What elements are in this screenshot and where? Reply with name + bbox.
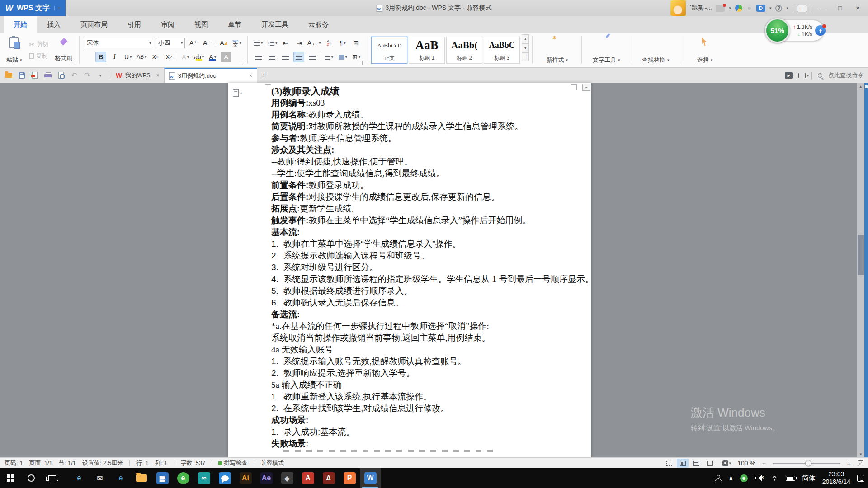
ribbon-tab-section[interactable]: 章节: [218, 16, 251, 33]
insert-table-icon-button[interactable]: ⊞: [351, 38, 362, 48]
italic-button[interactable]: I: [109, 52, 120, 62]
zoom-in-button[interactable]: +: [846, 460, 852, 467]
maximize-button[interactable]: □: [833, 2, 847, 14]
chevron-down-icon[interactable]: ▾: [729, 6, 731, 10]
document-text[interactable]: (3)教师录入成绩用例编号:xs03用例名称:教师录入成绩。简要说明:对教师所教…: [271, 83, 571, 450]
superscript-button[interactable]: X2: [150, 52, 160, 62]
wifi-icon[interactable]: [770, 475, 779, 481]
fullscreen-view-button[interactable]: [663, 459, 675, 468]
text-direction-button[interactable]: A↔▾: [307, 38, 321, 48]
status-margin-setting[interactable]: 设置值: 2.5厘米: [82, 459, 123, 467]
numbered-list-button[interactable]: 1▾: [267, 38, 278, 48]
taskbar-app-calculator[interactable]: ▦: [152, 468, 173, 488]
underline-button[interactable]: U▾: [123, 52, 133, 62]
taskbar-app-infinity-app[interactable]: ∞: [193, 468, 214, 488]
close-tab-icon[interactable]: ×: [156, 72, 160, 79]
zoom-out-button[interactable]: −: [761, 460, 767, 467]
print-icon[interactable]: [44, 71, 52, 80]
align-right-button[interactable]: [280, 52, 291, 62]
zoom-level[interactable]: 100 %: [737, 460, 755, 467]
page-view-button[interactable]: [677, 459, 689, 468]
cut-button[interactable]: ✂剪切: [29, 40, 49, 48]
paste-button[interactable]: 粘贴▾: [4, 36, 27, 65]
taskbar-app-edge-browser[interactable]: e: [110, 468, 131, 488]
cortana-button[interactable]: [21, 468, 42, 488]
subscript-button[interactable]: X2: [163, 52, 174, 62]
pinyin-guide-button[interactable]: wén文 ▾: [231, 38, 242, 48]
status-column[interactable]: 列: 1: [155, 459, 167, 467]
status-section[interactable]: 节: 1/1: [59, 459, 76, 467]
increase-indent-button[interactable]: ⇥: [294, 38, 305, 48]
scroll-up-icon[interactable]: ▲: [857, 83, 864, 89]
fit-page-button[interactable]: ⤢: [858, 460, 863, 466]
app-logo-menu[interactable]: W WPS 文字 ▾: [0, 0, 66, 16]
style-heading-2[interactable]: AaBb( 标题 2: [446, 37, 482, 64]
speed-widget[interactable]: ↑1.3K/s ↓1K/s + 51%: [765, 18, 824, 43]
clock[interactable]: 23:03 2018/6/14: [822, 470, 850, 486]
taskbar-app-mail[interactable]: ✉: [90, 468, 110, 488]
close-button[interactable]: ×: [851, 2, 864, 14]
page-corner-widget[interactable]: ⌐: [582, 84, 590, 91]
chevron-down-icon[interactable]: ▾: [786, 6, 788, 10]
strikethrough-button[interactable]: AB▾: [136, 52, 147, 62]
memory-ball[interactable]: 51%: [765, 18, 790, 43]
gallery-down-button[interactable]: ▼: [522, 43, 529, 52]
start-button[interactable]: [0, 468, 21, 488]
show-marks-button[interactable]: ¶▾: [337, 38, 348, 48]
ribbon-tab-cloud[interactable]: 云服务: [298, 16, 339, 33]
shading-button[interactable]: ▾: [337, 52, 348, 62]
taskbar-app-illustrator[interactable]: Ai: [235, 468, 256, 488]
undo-icon[interactable]: ↶: [70, 71, 78, 80]
battery-icon[interactable]: [786, 476, 795, 481]
decrease-indent-button[interactable]: ⇤: [280, 38, 291, 48]
font-family-select[interactable]: 宋体▾: [85, 38, 153, 48]
ribbon-tab-review[interactable]: 审阅: [151, 16, 184, 33]
new-style-button[interactable]: 新样式▾: [536, 34, 578, 66]
tray-browser-icon[interactable]: e: [740, 474, 748, 482]
line-spacing-button[interactable]: ▾: [324, 52, 335, 62]
taskbar-app-chat-app[interactable]: [214, 468, 235, 488]
help-icon[interactable]: ?: [775, 5, 782, 12]
docer-icon[interactable]: D: [756, 5, 765, 12]
taskbar-app-file-explorer[interactable]: [131, 468, 152, 488]
save-icon[interactable]: [18, 71, 26, 80]
find-replace-button[interactable]: 查找替换▾: [634, 34, 677, 66]
find-command-box[interactable]: 点此查找命令: [828, 71, 863, 80]
ribbon-tab-developer[interactable]: 开发工具: [251, 16, 298, 33]
font-dialog-launcher[interactable]: [239, 61, 243, 65]
hidden-icons-chevron[interactable]: ∧: [729, 475, 733, 481]
ribbon-tab-home[interactable]: 开始: [4, 16, 37, 33]
select-button[interactable]: 选择▾: [684, 34, 726, 66]
gallery-more-button[interactable]: ☰: [522, 52, 529, 61]
vertical-scrollbar[interactable]: ▲ ▼: [857, 83, 864, 457]
share-play-icon[interactable]: [798, 73, 806, 78]
collapse-ribbon-icon[interactable]: ↑: [797, 5, 807, 12]
volume-muted-icon[interactable]: ×: [755, 475, 763, 481]
quick-access-more-icon[interactable]: ▾: [96, 71, 104, 80]
taskbar-app-after-effects[interactable]: Ae: [256, 468, 277, 488]
open-folder-icon[interactable]: [5, 71, 13, 80]
paragraph-dialog-launcher[interactable]: [359, 61, 363, 65]
member-badge-icon[interactable]: [716, 5, 725, 12]
taskbar-app-autocad[interactable]: A: [297, 468, 318, 488]
side-panel-strip[interactable]: [864, 83, 868, 457]
avatar[interactable]: [670, 0, 686, 16]
document-page[interactable]: ▾ (3)教师录入成绩用例编号:xs03用例名称:教师录入成绩。简要说明:对教师…: [228, 83, 591, 457]
gallery-up-button[interactable]: ▲: [522, 34, 529, 43]
font-size-select[interactable]: 小四▾: [156, 38, 185, 48]
taskbar-app-wps-writer[interactable]: W: [360, 468, 381, 488]
text-tool-button[interactable]: 文字工具▾: [585, 34, 627, 66]
doc-tab-doc[interactable]: 3用例规约.doc ×: [164, 68, 257, 83]
distribute-button[interactable]: [307, 52, 318, 62]
screen-record-icon[interactable]: ▶: [785, 72, 793, 79]
boost-button[interactable]: +: [815, 25, 826, 36]
people-icon[interactable]: [715, 475, 722, 481]
zoom-slider-thumb[interactable]: [805, 460, 811, 466]
style-body-text[interactable]: AaBbCcD 正文: [371, 37, 407, 64]
export-pdf-icon[interactable]: [31, 71, 39, 80]
taskbar-app-wps-presentation[interactable]: P: [339, 468, 360, 488]
bold-button[interactable]: B: [95, 52, 106, 62]
taskbar-app-acrobat[interactable]: ∆: [318, 468, 339, 488]
font-color-button[interactable]: A▾: [207, 52, 218, 62]
sort-button[interactable]: AZ↓: [324, 38, 335, 48]
